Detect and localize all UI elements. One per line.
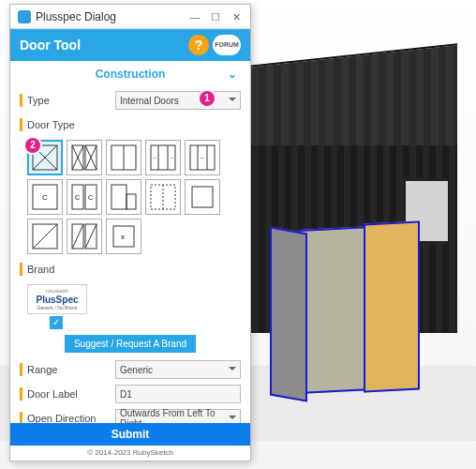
section-construction[interactable]: Construction ⌄ (10, 61, 250, 87)
door-type-7[interactable]: CC (67, 179, 102, 215)
door-type-5[interactable]: ↔ (185, 140, 220, 175)
door-type-13[interactable]: x (106, 219, 141, 254)
svg-text:C: C (88, 194, 93, 201)
door-type-1[interactable]: 2 (27, 140, 63, 175)
help-button[interactable]: ? (188, 35, 209, 55)
app-icon (18, 10, 31, 23)
plusspec-dialog: Plusspec Dialog — ☐ ✕ Door Tool ? FORUM … (9, 4, 251, 461)
svg-rect-20 (112, 185, 126, 209)
tool-header: Door Tool ? FORUM (10, 29, 250, 61)
svg-rect-21 (126, 194, 136, 209)
chevron-down-icon: ⌄ (228, 68, 237, 81)
close-button[interactable]: ✕ (230, 10, 243, 23)
section-label: Construction (96, 68, 166, 81)
dialog-body: Type Internal Doors 1 Door Type 2 ←→ ↔ C… (10, 87, 250, 423)
svg-text:C: C (75, 194, 80, 201)
type-select[interactable]: Internal Doors (115, 91, 241, 110)
open-direction-label: Open Direction (27, 413, 115, 423)
minimize-button[interactable]: — (188, 10, 201, 23)
door-type-6[interactable]: C (27, 179, 63, 215)
door-type-9[interactable] (145, 179, 181, 215)
brand-check-icon[interactable]: ✓ (50, 316, 63, 329)
svg-rect-24 (192, 187, 213, 207)
annotation-1: 1 (200, 91, 215, 106)
brand-block: rubysketch PlusSpec Generic / No Brand ✓ (27, 284, 241, 329)
door-type-label: Door Type (27, 119, 115, 130)
svg-text:C: C (42, 193, 48, 202)
svg-text:→: → (170, 155, 174, 160)
door-type-12[interactable] (67, 219, 102, 254)
svg-text:↔: ↔ (200, 155, 204, 160)
window-title: Plusspec Dialog (36, 10, 116, 23)
range-select[interactable]: Generic (115, 360, 241, 379)
door-model (260, 220, 429, 427)
submit-button[interactable]: Submit (10, 423, 250, 446)
copyright: © 2014-2023 RubySketch (10, 446, 250, 461)
maximize-button[interactable]: ☐ (209, 10, 222, 23)
brand-label: Brand (27, 264, 115, 275)
annotation-2: 2 (25, 138, 40, 153)
door-type-4[interactable]: ←→ (145, 140, 181, 175)
door-type-grid: 2 ←→ ↔ C CC x (27, 140, 241, 254)
type-label: Type (27, 95, 115, 106)
forum-button[interactable]: FORUM (213, 35, 241, 55)
tool-title: Door Tool (20, 38, 81, 53)
suggest-brand-button[interactable]: Suggest / Request A Brand (65, 335, 196, 353)
door-type-10[interactable] (185, 179, 220, 215)
svg-text:←: ← (153, 155, 157, 160)
door-type-3[interactable] (106, 140, 141, 175)
brand-logo[interactable]: rubysketch PlusSpec Generic / No Brand (27, 284, 87, 314)
door-type-2[interactable] (67, 140, 102, 175)
door-label-label: Door Label (27, 388, 115, 400)
open-direction-select[interactable]: Outwards From Left To Right (115, 409, 241, 423)
door-type-11[interactable] (27, 219, 63, 254)
door-label-input[interactable]: D1 (115, 385, 241, 403)
svg-text:x: x (121, 233, 125, 241)
range-label: Range (27, 364, 115, 375)
door-type-8[interactable] (106, 179, 141, 215)
titlebar: Plusspec Dialog — ☐ ✕ (10, 5, 250, 29)
